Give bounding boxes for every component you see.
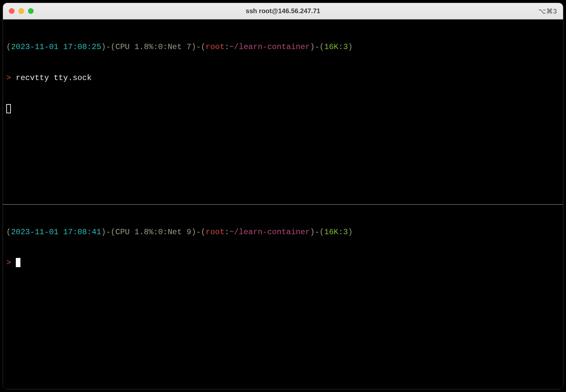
paren: )-( bbox=[310, 42, 324, 51]
prompt-size: 16K bbox=[324, 228, 338, 237]
prompt-user: root bbox=[206, 42, 225, 51]
prompt-line: (2023-11-01 17:08:25)-(CPU 1.8%:0:Net 7)… bbox=[6, 42, 560, 52]
prompt-timestamp: 2023-11-01 17:08:41 bbox=[11, 228, 101, 237]
colon: : bbox=[225, 42, 229, 51]
cursor-line bbox=[6, 104, 560, 114]
minimize-icon[interactable] bbox=[18, 8, 24, 14]
command-line: > recvtty tty.sock bbox=[6, 73, 560, 83]
sep: : bbox=[338, 42, 343, 51]
prompt-stats-prefix: CPU 1.8%:0:Net bbox=[115, 42, 186, 51]
split-panes: (2023-11-01 17:08:25)-(CPU 1.8%:0:Net 7)… bbox=[3, 19, 563, 389]
titlebar[interactable]: ssh root@146.56.247.71 ⌥⌘3 bbox=[3, 3, 563, 19]
prompt-char: > bbox=[6, 73, 11, 82]
paren: )-( bbox=[191, 42, 206, 51]
sep: : bbox=[338, 228, 343, 237]
paren: )-( bbox=[191, 228, 206, 237]
cursor-icon bbox=[6, 104, 11, 113]
zoom-icon[interactable] bbox=[28, 8, 34, 14]
prompt-size: 16K bbox=[324, 42, 338, 51]
prompt-net-value: 7 bbox=[186, 42, 191, 51]
close-icon[interactable] bbox=[9, 8, 14, 14]
terminal-pane-bottom[interactable]: (2023-11-01 17:08:41)-(CPU 1.8%:0:Net 9)… bbox=[3, 204, 563, 389]
paren: ( bbox=[6, 228, 11, 237]
traffic-lights bbox=[9, 8, 34, 14]
prompt-stats-prefix: CPU 1.8%:0:Net bbox=[115, 228, 186, 237]
prompt-user: root bbox=[206, 228, 225, 237]
command-text: recvtty tty.sock bbox=[16, 73, 92, 82]
prompt-net-value: 9 bbox=[186, 228, 191, 237]
prompt-char: > bbox=[6, 258, 11, 267]
prompt-jobs: 3 bbox=[343, 42, 348, 51]
command-line: > bbox=[6, 258, 560, 268]
prompt-path: ~/learn-container bbox=[229, 228, 310, 237]
colon: : bbox=[225, 228, 229, 237]
paren: ( bbox=[6, 42, 11, 51]
prompt-path: ~/learn-container bbox=[229, 42, 310, 51]
prompt-timestamp: 2023-11-01 17:08:25 bbox=[11, 42, 101, 51]
cursor-icon bbox=[16, 258, 20, 267]
terminal-window: ssh root@146.56.247.71 ⌥⌘3 (2023-11-01 1… bbox=[3, 3, 563, 389]
terminal-pane-top[interactable]: (2023-11-01 17:08:25)-(CPU 1.8%:0:Net 7)… bbox=[3, 19, 563, 204]
paren: ) bbox=[348, 42, 353, 51]
paren: )-( bbox=[310, 228, 324, 237]
prompt-line: (2023-11-01 17:08:41)-(CPU 1.8%:0:Net 9)… bbox=[6, 227, 560, 237]
window-shortcut: ⌥⌘3 bbox=[538, 7, 557, 15]
prompt-jobs: 3 bbox=[343, 228, 348, 237]
paren: ) bbox=[348, 228, 353, 237]
window-title: ssh root@146.56.247.71 bbox=[3, 7, 563, 15]
paren: )-( bbox=[101, 42, 115, 51]
paren: )-( bbox=[101, 228, 115, 237]
